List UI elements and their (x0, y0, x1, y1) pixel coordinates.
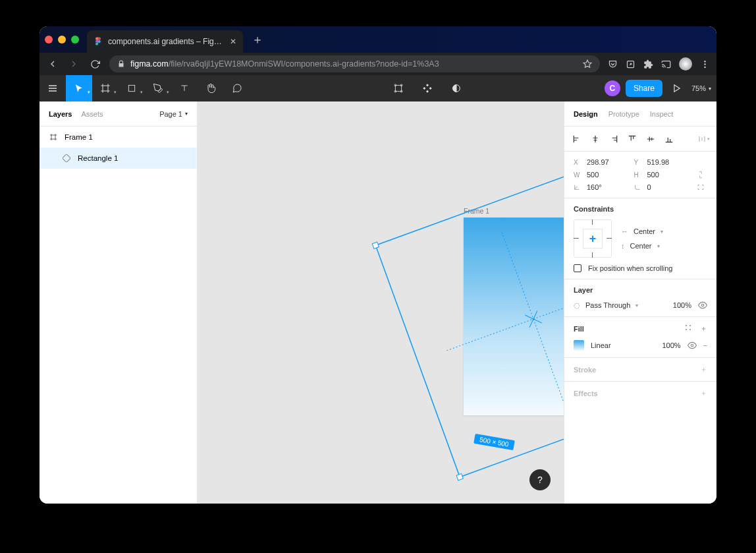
create-component-tool[interactable] (414, 75, 441, 102)
effects-title: Effects (574, 390, 598, 397)
cast-icon[interactable] (661, 59, 671, 69)
url-input[interactable]: figma.com/file/rva6qIjl1yEW18MOnmiSWI/co… (109, 55, 600, 73)
constrain-proportions-icon[interactable] (694, 170, 707, 179)
selection-box[interactable] (349, 134, 564, 504)
layer-row-rectangle[interactable]: Rectangle 1 (40, 148, 197, 169)
independent-corners-icon[interactable] (694, 183, 707, 191)
new-tab-button[interactable]: ＋ (248, 30, 267, 49)
fix-position-checkbox[interactable]: Fix position when scrolling (574, 264, 707, 272)
align-bottom-icon[interactable] (663, 133, 675, 145)
extensions-icon[interactable] (643, 59, 653, 69)
tab-design[interactable]: Design (574, 110, 598, 118)
kebab-menu-icon[interactable] (700, 59, 710, 69)
comment-tool[interactable] (224, 75, 250, 102)
y-input[interactable]: 519.98 (647, 158, 691, 166)
tab-inspect[interactable]: Inspect (650, 110, 673, 118)
tab-title: components.ai gradients – Fig… (108, 37, 222, 46)
fill-visibility-icon[interactable] (688, 341, 697, 350)
style-icon[interactable] (684, 324, 692, 334)
tab-prototype[interactable]: Prototype (608, 110, 639, 118)
rotation-input[interactable]: 160° (587, 183, 630, 191)
reload-button[interactable] (88, 57, 101, 71)
add-effect-icon[interactable]: ＋ (700, 388, 707, 398)
svg-line-37 (525, 310, 542, 328)
hand-tool[interactable] (198, 75, 224, 102)
x-label: X (574, 159, 583, 166)
fill-swatch[interactable] (574, 340, 584, 351)
align-right-icon[interactable] (608, 133, 620, 145)
pocket-icon[interactable] (608, 59, 618, 69)
distribute-icon[interactable]: ▾ (698, 133, 710, 145)
window-controls (45, 36, 79, 44)
section-effects: Effects ＋ (564, 382, 716, 405)
maximize-window-button[interactable] (71, 36, 79, 44)
visibility-icon[interactable] (698, 301, 707, 310)
svg-point-5 (704, 63, 706, 65)
svg-point-64 (691, 344, 693, 347)
fill-type[interactable]: Linear (591, 341, 611, 349)
move-tool[interactable]: ▾ (66, 75, 92, 102)
edit-object-tool[interactable] (385, 75, 412, 102)
shape-tool[interactable]: ▾ (119, 75, 145, 102)
section-fill: Fill ＋ Linear 100% − (564, 317, 716, 358)
svg-point-60 (686, 325, 687, 326)
user-avatar[interactable]: C (605, 80, 620, 96)
add-stroke-icon[interactable]: ＋ (700, 364, 707, 374)
layer-label: Rectangle 1 (78, 154, 118, 162)
star-icon[interactable] (583, 59, 592, 69)
present-button[interactable] (668, 75, 686, 102)
minimize-window-button[interactable] (58, 36, 66, 44)
align-left-icon[interactable] (571, 133, 583, 145)
browser-tab[interactable]: components.ai gradients – Fig… ✕ (87, 30, 243, 53)
constraints-title: Constraints (574, 205, 707, 213)
constraint-vertical-select[interactable]: ↕Center▾ (621, 242, 663, 250)
text-tool[interactable] (171, 75, 198, 102)
w-input[interactable]: 500 (587, 171, 630, 179)
close-tab-icon[interactable]: ✕ (230, 37, 236, 46)
help-button[interactable]: ? (529, 469, 551, 490)
section-constraints: Constraints + ↔Center▾ ↕Center▾ (564, 198, 716, 279)
blend-mode-select[interactable]: Pass Through (585, 301, 630, 309)
share-icon[interactable] (626, 59, 635, 69)
rectangle-icon (62, 154, 71, 163)
align-top-icon[interactable] (626, 133, 638, 145)
share-button[interactable]: Share (626, 80, 662, 97)
x-input[interactable]: 298.97 (587, 158, 630, 166)
align-vcenter-icon[interactable] (645, 133, 657, 145)
design-panel: Design Prototype Inspect ▾ X 298.97 Y (564, 102, 716, 504)
zoom-dropdown[interactable]: 75%▾ (691, 84, 711, 92)
radius-input[interactable]: 0 (647, 183, 691, 191)
layer-opacity-input[interactable]: 100% (673, 301, 691, 309)
constraint-widget[interactable]: + (574, 219, 612, 258)
constraint-horizontal-select[interactable]: ↔Center▾ (621, 227, 663, 235)
mask-tool[interactable] (443, 75, 470, 102)
svg-point-62 (686, 329, 687, 330)
remove-fill-icon[interactable]: − (703, 341, 707, 349)
svg-point-59 (701, 304, 704, 306)
canvas[interactable]: Frame 1 500 × 500 ? (198, 102, 564, 504)
y-label: Y (634, 159, 643, 166)
layer-row-frame[interactable]: Frame 1 (40, 127, 197, 148)
frame-tool[interactable]: ▾ (92, 75, 119, 102)
tab-assets[interactable]: Assets (81, 110, 103, 118)
svg-rect-17 (395, 85, 401, 91)
svg-point-63 (689, 329, 691, 330)
fill-opacity-input[interactable]: 100% (662, 341, 680, 349)
pen-tool[interactable]: ▾ (145, 75, 171, 102)
page-dropdown[interactable]: Page 1▾ (159, 110, 188, 118)
h-input[interactable]: 500 (647, 171, 691, 179)
stroke-title: Stroke (574, 366, 596, 374)
forward-button[interactable] (67, 57, 80, 71)
svg-marker-23 (674, 85, 680, 92)
main-menu-button[interactable] (40, 75, 66, 102)
address-bar: figma.com/file/rva6qIjl1yEW18MOnmiSWI/co… (40, 53, 716, 75)
add-fill-icon[interactable]: ＋ (700, 324, 707, 334)
close-window-button[interactable] (45, 36, 53, 44)
browser-tabstrip: components.ai gradients – Fig… ✕ ＋ (40, 26, 716, 53)
profile-avatar[interactable] (679, 57, 692, 71)
back-button[interactable] (46, 57, 59, 71)
align-row: ▾ (564, 127, 716, 152)
svg-rect-30 (372, 242, 379, 248)
align-hcenter-icon[interactable] (589, 133, 601, 145)
tab-layers[interactable]: Layers (49, 110, 72, 118)
